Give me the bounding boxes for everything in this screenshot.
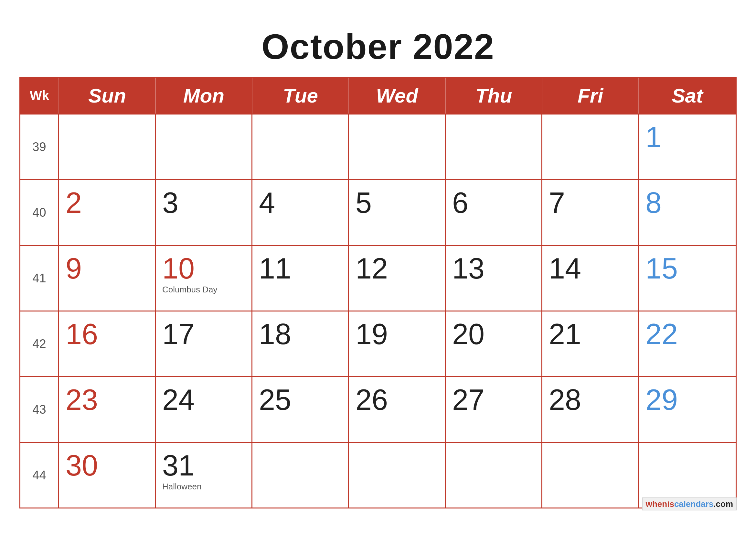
day-cell: 21 <box>542 312 639 376</box>
day-cell: 14 <box>542 246 639 311</box>
header-mon: Mon <box>156 78 253 114</box>
day-cell: 26 <box>349 377 446 442</box>
day-cell: 19 <box>349 312 446 376</box>
day-cell <box>59 115 156 179</box>
calendar-row: 402345678 <box>20 179 736 245</box>
day-cell <box>349 443 446 508</box>
wk-header: Wk <box>20 78 59 114</box>
day-number: 18 <box>259 320 291 349</box>
calendar-row: 41910Columbus Day1112131415 <box>20 245 736 311</box>
day-cell: 3 <box>156 180 253 245</box>
day-cell: 24 <box>156 377 253 442</box>
header-sun: Sun <box>59 78 156 114</box>
header-thu: Thu <box>446 78 542 114</box>
header-sat: Sat <box>639 78 736 114</box>
day-cell: 1 <box>639 115 736 179</box>
day-number: 27 <box>452 385 484 414</box>
day-cell: 22 <box>639 312 736 376</box>
day-cell: 8 <box>639 180 736 245</box>
wk-cell: 43 <box>20 377 59 442</box>
watermark-dotcom: .com <box>713 499 733 509</box>
day-number: 16 <box>66 320 98 349</box>
calendar-row: 391 <box>20 114 736 179</box>
page-wrapper: October 2022 Wk Sun Mon Tue Wed Thu Fri … <box>0 13 756 522</box>
day-cell: 23 <box>59 377 156 442</box>
day-cell <box>446 443 542 508</box>
day-cell: 9 <box>59 246 156 311</box>
header-tue: Tue <box>253 78 349 114</box>
day-number: 2 <box>66 188 82 217</box>
day-number: 11 <box>259 254 291 283</box>
day-cell: 5 <box>349 180 446 245</box>
day-number: 4 <box>259 188 275 217</box>
day-number: 7 <box>549 188 565 217</box>
day-number: 6 <box>452 188 468 217</box>
holiday-label: Columbus Day <box>162 285 218 295</box>
wk-cell: 40 <box>20 180 59 245</box>
day-cell: 30 <box>59 443 156 508</box>
day-number: 25 <box>259 385 291 414</box>
day-number: 12 <box>356 254 388 283</box>
header-fri: Fri <box>542 78 639 114</box>
day-cell: 11 <box>253 246 349 311</box>
day-cell: 4 <box>253 180 349 245</box>
page-title: October 2022 <box>261 26 495 67</box>
day-cell: 18 <box>253 312 349 376</box>
day-cell: 29 <box>639 377 736 442</box>
day-cell <box>446 115 542 179</box>
wk-cell: 41 <box>20 246 59 311</box>
day-cell <box>349 115 446 179</box>
watermark-calendars: calendars <box>674 499 713 509</box>
day-cell: 16 <box>59 312 156 376</box>
wk-cell: 44 <box>20 443 59 508</box>
day-number: 9 <box>66 254 82 283</box>
day-cell: 15 <box>639 246 736 311</box>
day-number: 22 <box>645 320 678 349</box>
day-cell <box>542 443 639 508</box>
calendar: Wk Sun Mon Tue Wed Thu Fri Sat 391402345… <box>19 77 737 508</box>
day-cell <box>253 443 349 508</box>
day-cell <box>156 115 253 179</box>
holiday-label: Halloween <box>162 482 202 492</box>
calendar-header: Wk Sun Mon Tue Wed Thu Fri Sat <box>20 78 736 114</box>
day-number: 21 <box>549 320 581 349</box>
header-wed: Wed <box>349 78 446 114</box>
day-number: 5 <box>356 188 372 217</box>
day-number: 14 <box>549 254 581 283</box>
day-number: 24 <box>162 385 195 414</box>
day-cell: 28 <box>542 377 639 442</box>
day-cell: 13 <box>446 246 542 311</box>
day-number: 13 <box>452 254 484 283</box>
watermark-when: whenis <box>646 499 674 509</box>
calendar-row: 4216171819202122 <box>20 311 736 376</box>
day-number: 1 <box>645 123 662 152</box>
calendar-body: 39140234567841910Columbus Day11121314154… <box>20 114 736 508</box>
day-cell: 10Columbus Day <box>156 246 253 311</box>
day-number: 31 <box>162 451 195 480</box>
day-cell: 7 <box>542 180 639 245</box>
day-cell: 17 <box>156 312 253 376</box>
calendar-row: 4323242526272829 <box>20 376 736 442</box>
day-cell: 6 <box>446 180 542 245</box>
wk-cell: 42 <box>20 312 59 376</box>
day-number: 29 <box>645 385 678 414</box>
day-cell: 12 <box>349 246 446 311</box>
day-cell <box>542 115 639 179</box>
day-cell: 31Halloween <box>156 443 253 508</box>
day-number: 10 <box>162 254 195 283</box>
watermark: wheniscalendars.com <box>642 499 737 509</box>
day-number: 20 <box>452 320 484 349</box>
day-number: 30 <box>66 451 98 480</box>
day-cell <box>253 115 349 179</box>
day-number: 8 <box>645 188 662 217</box>
calendar-row: 443031Halloween <box>20 442 736 508</box>
day-cell: 20 <box>446 312 542 376</box>
day-number: 15 <box>645 254 678 283</box>
day-cell: 25 <box>253 377 349 442</box>
day-number: 28 <box>549 385 581 414</box>
day-cell: 2 <box>59 180 156 245</box>
day-number: 23 <box>66 385 98 414</box>
day-number: 3 <box>162 188 178 217</box>
day-number: 19 <box>356 320 388 349</box>
wk-cell: 39 <box>20 115 59 179</box>
